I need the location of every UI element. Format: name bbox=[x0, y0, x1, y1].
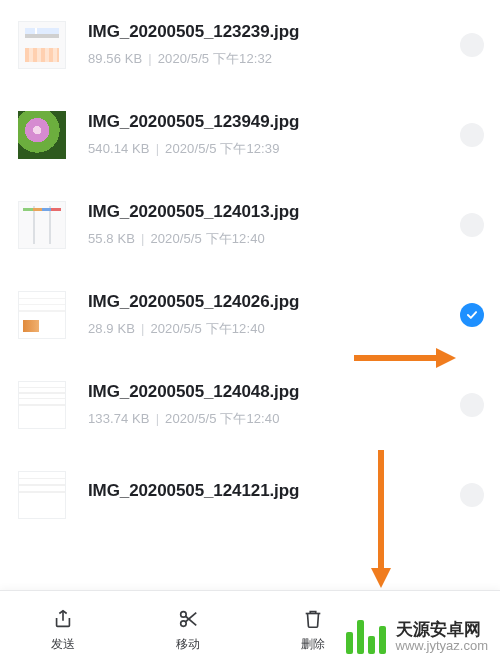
file-row[interactable]: IMG_20200505_124048.jpg133.74 KB|2020/5/… bbox=[0, 360, 500, 450]
svg-point-4 bbox=[180, 611, 186, 617]
scissors-icon bbox=[175, 606, 201, 632]
file-date: 2020/5/5 下午12:40 bbox=[150, 321, 264, 336]
file-name: IMG_20200505_123239.jpg bbox=[88, 22, 460, 42]
file-name: IMG_20200505_124013.jpg bbox=[88, 202, 460, 222]
file-date: 2020/5/5 下午12:40 bbox=[150, 231, 264, 246]
select-checkbox[interactable] bbox=[460, 303, 484, 327]
select-checkbox[interactable] bbox=[460, 393, 484, 417]
separator: | bbox=[142, 51, 157, 66]
watermark-url: www.jytyaz.com bbox=[396, 639, 488, 654]
select-checkbox[interactable] bbox=[460, 213, 484, 237]
file-meta: IMG_20200505_123949.jpg540.14 KB|2020/5/… bbox=[88, 112, 460, 158]
file-date: 2020/5/5 下午12:32 bbox=[158, 51, 272, 66]
svg-point-5 bbox=[180, 620, 186, 626]
file-size: 540.14 KB bbox=[88, 141, 150, 156]
select-checkbox[interactable] bbox=[460, 123, 484, 147]
file-size: 133.74 KB bbox=[88, 411, 150, 426]
file-sub: 540.14 KB|2020/5/5 下午12:39 bbox=[88, 140, 460, 158]
file-name: IMG_20200505_124048.jpg bbox=[88, 382, 460, 402]
file-thumbnail bbox=[18, 21, 66, 69]
file-thumbnail bbox=[18, 111, 66, 159]
separator: | bbox=[135, 321, 150, 336]
file-meta: IMG_20200505_124048.jpg133.74 KB|2020/5/… bbox=[88, 382, 460, 428]
file-meta: IMG_20200505_124026.jpg28.9 KB|2020/5/5 … bbox=[88, 292, 460, 338]
file-sub: 55.8 KB|2020/5/5 下午12:40 bbox=[88, 230, 460, 248]
file-row[interactable]: IMG_20200505_123239.jpg89.56 KB|2020/5/5… bbox=[0, 0, 500, 90]
watermark: 天源安卓网 www.jytyaz.com bbox=[330, 607, 500, 667]
watermark-logo-icon bbox=[346, 620, 386, 654]
move-label: 移动 bbox=[176, 636, 200, 653]
file-row[interactable]: IMG_20200505_124013.jpg55.8 KB|2020/5/5 … bbox=[0, 180, 500, 270]
watermark-title: 天源安卓网 bbox=[396, 620, 488, 640]
file-name: IMG_20200505_124026.jpg bbox=[88, 292, 460, 312]
file-size: 89.56 KB bbox=[88, 51, 142, 66]
file-row[interactable]: IMG_20200505_124121.jpg bbox=[0, 450, 500, 540]
delete-label: 删除 bbox=[301, 636, 325, 653]
file-name: IMG_20200505_124121.jpg bbox=[88, 481, 460, 501]
move-button[interactable]: 移动 bbox=[125, 591, 250, 667]
file-sub: 89.56 KB|2020/5/5 下午12:32 bbox=[88, 50, 460, 68]
file-meta: IMG_20200505_124013.jpg55.8 KB|2020/5/5 … bbox=[88, 202, 460, 248]
send-label: 发送 bbox=[51, 636, 75, 653]
file-thumbnail bbox=[18, 471, 66, 519]
file-size: 28.9 KB bbox=[88, 321, 135, 336]
file-row[interactable]: IMG_20200505_124026.jpg28.9 KB|2020/5/5 … bbox=[0, 270, 500, 360]
file-thumbnail bbox=[18, 381, 66, 429]
file-date: 2020/5/5 下午12:40 bbox=[165, 411, 279, 426]
file-meta: IMG_20200505_124121.jpg bbox=[88, 481, 460, 509]
file-row[interactable]: IMG_20200505_123949.jpg540.14 KB|2020/5/… bbox=[0, 90, 500, 180]
file-size: 55.8 KB bbox=[88, 231, 135, 246]
separator: | bbox=[150, 411, 165, 426]
file-name: IMG_20200505_123949.jpg bbox=[88, 112, 460, 132]
trash-icon bbox=[300, 606, 326, 632]
file-thumbnail bbox=[18, 201, 66, 249]
file-meta: IMG_20200505_123239.jpg89.56 KB|2020/5/5… bbox=[88, 22, 460, 68]
file-list[interactable]: IMG_20200505_123239.jpg89.56 KB|2020/5/5… bbox=[0, 0, 500, 590]
separator: | bbox=[135, 231, 150, 246]
share-icon bbox=[50, 606, 76, 632]
file-thumbnail bbox=[18, 291, 66, 339]
select-checkbox[interactable] bbox=[460, 483, 484, 507]
send-button[interactable]: 发送 bbox=[0, 591, 125, 667]
file-sub: 133.74 KB|2020/5/5 下午12:40 bbox=[88, 410, 460, 428]
file-date: 2020/5/5 下午12:39 bbox=[165, 141, 279, 156]
file-sub: 28.9 KB|2020/5/5 下午12:40 bbox=[88, 320, 460, 338]
separator: | bbox=[150, 141, 165, 156]
select-checkbox[interactable] bbox=[460, 33, 484, 57]
